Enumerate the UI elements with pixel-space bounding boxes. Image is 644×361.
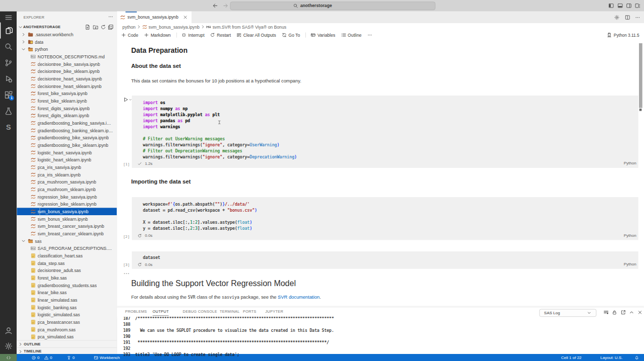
toggle-secondary-sidebar-icon[interactable] [626, 3, 632, 9]
maximize-panel-icon[interactable] [629, 310, 634, 315]
tree-item-sas[interactable]: sas [17, 237, 117, 245]
tree-item-logistic-heart-sklearn-ipynb[interactable]: logistic_heart_sklearn.ipynb [17, 156, 117, 164]
tree-item-gradientboosting-bike-sklearn-ipynb[interactable]: gradientboosting_bike_sklearn.ipynb [17, 141, 117, 149]
tree-item-notebook-descriptions-md[interactable]: NOTEBOOK_DESCRIPTIONS.md [17, 53, 117, 60]
tree-item-forest-digits-sasviya-ipynb[interactable]: forest_digits_sasviya.ipynb [17, 105, 117, 112]
tree-item-pca-iris-sasviya-ipynb[interactable]: pca_iris_sasviya.ipynb [17, 163, 117, 171]
collapsed-cells-indicator[interactable]: ··· [124, 271, 130, 277]
tree-item-svm-bonus-sasviya-ipynb[interactable]: svm_bonus_sasviya.ipynb [17, 208, 117, 215]
outline-section[interactable]: OUTLINE [17, 340, 117, 348]
lock-scroll-icon[interactable] [612, 310, 617, 315]
cell-language[interactable]: Python [624, 161, 636, 165]
kernel-picker[interactable]: Python 3.11.5 [607, 31, 639, 40]
split-editor-icon[interactable] [625, 15, 630, 20]
tree-item--sasuser-workbench[interactable]: .sasuser.workbench [17, 31, 117, 38]
tree-item-pca-mushroom-sasviya-ipynb[interactable]: pca_mushroom_sasviya.ipynb [17, 178, 117, 186]
activity-manage[interactable] [0, 338, 17, 354]
panel-tab-debug-console[interactable]: DEBUG CONSOLE [183, 309, 217, 313]
tree-item-data-step-sas[interactable]: data_step.sas [17, 259, 117, 267]
code-cell-3[interactable]: dataset 0.0s Python [132, 251, 638, 269]
tree-item-forest-bike-sasviya-ipynb[interactable]: forest_bike_sasviya.ipynb [17, 90, 117, 98]
toggle-primary-sidebar-icon[interactable] [608, 3, 614, 9]
toolbar-restart-button[interactable]: Restart [210, 33, 231, 38]
play-icon[interactable] [123, 97, 128, 103]
toolbar-code-button[interactable]: Code [121, 33, 138, 38]
tree-item-decisiontree-adult-sas[interactable]: decisiontree_adult.sas [17, 267, 117, 275]
status-window-check[interactable]: Workbench [94, 354, 120, 361]
tree-item-decisiontree-heart-sklearn-ipynb[interactable]: decisiontree_heart_sklearn.ipynb [17, 82, 117, 90]
output-channel-select[interactable]: SAS Log [539, 309, 596, 317]
code-cell-2-source[interactable]: workspace=f'{os.path.abspath("")}/../dat… [132, 197, 638, 232]
activity-sas[interactable]: S [0, 119, 17, 135]
tree-item-svm-bonus-sklearn-ipynb[interactable]: svm_bonus_sklearn.ipynb [17, 215, 117, 223]
tree-item-linear-bike-sas[interactable]: linear_bike.sas [17, 289, 117, 297]
toolbar-clear-all-outputs-button[interactable]: Clear All Outputs [236, 33, 276, 38]
tree-item-gradientboosting-banking-sklearn-ipynb[interactable]: gradientboosting_banking_sklearn.ipynb [17, 127, 117, 134]
code-cell-3-source[interactable]: dataset [132, 251, 638, 260]
collapse-folders-icon[interactable] [108, 25, 114, 30]
clear-output-icon[interactable] [603, 310, 609, 315]
code-cell-1[interactable]: import osimport numpy as npimport matplo… [132, 96, 638, 168]
cell-language[interactable]: Python [624, 233, 636, 237]
open-output-in-editor-icon[interactable] [620, 310, 626, 315]
toolbar-variables-button[interactable]: Variables [311, 33, 336, 38]
remote-indicator[interactable] [0, 354, 17, 361]
panel-tab-jupyter[interactable]: JUPYTER [265, 309, 283, 313]
tree-item-decisiontree-heart-sasviya-ipynb[interactable]: decisiontree_heart_sasviya.ipynb [17, 75, 117, 82]
tree-item-forest-bike-sklearn-ipynb[interactable]: forest_bike_sklearn.ipynb [17, 97, 117, 105]
notebook-scrollbar[interactable] [639, 43, 642, 108]
sidebar-more-actions-icon[interactable] [108, 14, 114, 20]
activity-run-and-debug[interactable] [0, 71, 17, 87]
customize-layout-icon[interactable] [635, 3, 640, 9]
editor-more-actions-icon[interactable] [635, 15, 640, 20]
toolbar-markdown-button[interactable]: Markdown [144, 33, 171, 38]
breadcrumb-item[interactable]: svm_bonus_sasviya.ipynb [142, 24, 200, 29]
output-log[interactable]: 187 /***********************************… [123, 315, 640, 357]
tree-item-classification-heart-sas[interactable]: classification_heart.sas [17, 252, 117, 259]
cell-language[interactable]: Python [624, 262, 636, 266]
tab-svm-bonus-sasviya[interactable]: svm_bonus_sasviya.ipynb [117, 12, 192, 23]
notebook-settings-gear-icon[interactable] [614, 15, 620, 20]
toolbar-interrupt-button[interactable]: Interrupt [182, 33, 205, 38]
timeline-section[interactable]: TIMELINE [17, 347, 117, 354]
tree-item-pca-mushroom-sklearn-ipynb[interactable]: pca_mushroom_sklearn.ipynb [17, 186, 117, 193]
tree-item-decisiontree-bike-sklearn-ipynb[interactable]: decisiontree_bike_sklearn.ipynb [17, 68, 117, 75]
toolbar-go-to-button[interactable]: Go To [282, 33, 300, 38]
chevron-down-icon[interactable] [128, 98, 132, 102]
tree-item-linear-simulated-sas[interactable]: linear_simulated.sas [17, 296, 117, 304]
refresh-explorer-icon[interactable] [101, 25, 106, 30]
activity-source-control[interactable] [0, 55, 17, 71]
tree-item-pca-simulated-sas[interactable]: pca_simulated.sas [17, 333, 117, 341]
activity-search[interactable] [0, 39, 17, 55]
panel-tab-ports[interactable]: PORTS [243, 309, 257, 313]
activity-testing[interactable] [0, 103, 17, 119]
tree-item-svm-breast-cancer-sasviya-ipynb[interactable]: svm_breast_cancer_sasviya.ipynb [17, 223, 117, 230]
activity-explorer[interactable] [0, 23, 18, 39]
tree-item-logistic-heart-sasviya-ipynb[interactable]: logistic_heart_sasviya.ipynb [17, 149, 117, 156]
new-folder-icon[interactable] [93, 25, 99, 30]
tree-item-pca-mushroom-sas[interactable]: pca_mushroom.sas [17, 326, 117, 333]
svr-documentation-link[interactable]: SVR documentation [278, 294, 319, 300]
toolbar-more-button[interactable] [367, 33, 374, 38]
tree-item-data[interactable]: data [17, 38, 117, 46]
tree-item-logistic-banking-sas[interactable]: logistic_banking.sas [17, 304, 117, 311]
tree-item-gradientboosting-bike-sasviya-ipynb[interactable]: gradientboosting_bike_sasviya.ipynb [17, 134, 117, 142]
tree-item-pca-breastcancer-sas[interactable]: pca_breastcancer.sas [17, 318, 117, 326]
toolbar-outline-button[interactable]: Outline [341, 33, 362, 38]
panel-tab-problems[interactable]: PROBLEMS [125, 309, 147, 313]
tree-item-gradientboosting-students-sas[interactable]: gradientboosting_students.sas [17, 282, 117, 289]
tree-item-svm-breast-cancer-sklearn-ipynb[interactable]: svm_breast_cancer_sklearn.ipynb [17, 230, 117, 237]
close-tab-icon[interactable] [183, 15, 188, 20]
close-panel-icon[interactable] [637, 310, 643, 315]
history-back-icon[interactable] [212, 3, 218, 9]
tree-item-python[interactable]: python [17, 46, 117, 53]
status-radio-tower[interactable]: 0 [67, 354, 75, 361]
tree-item-decisiontree-bike-sasviya-ipynb[interactable]: decisiontree_bike_sasviya.ipynb [17, 60, 117, 68]
run-cell-button[interactable] [123, 97, 133, 103]
breadcrumb-item[interactable]: python [122, 24, 135, 29]
breadcrumb-item[interactable]: svm.SVR from SAS® Viya® on Bonus [206, 24, 286, 29]
new-file-icon[interactable] [85, 25, 91, 30]
tree-item-forest-bike-sas[interactable]: forest_bike.sas [17, 274, 117, 282]
tree-item-forest-digits-sklearn-ipynb[interactable]: forest_digits_sklearn.ipynb [17, 112, 117, 120]
command-center-search[interactable]: anotherstorage [230, 2, 435, 10]
